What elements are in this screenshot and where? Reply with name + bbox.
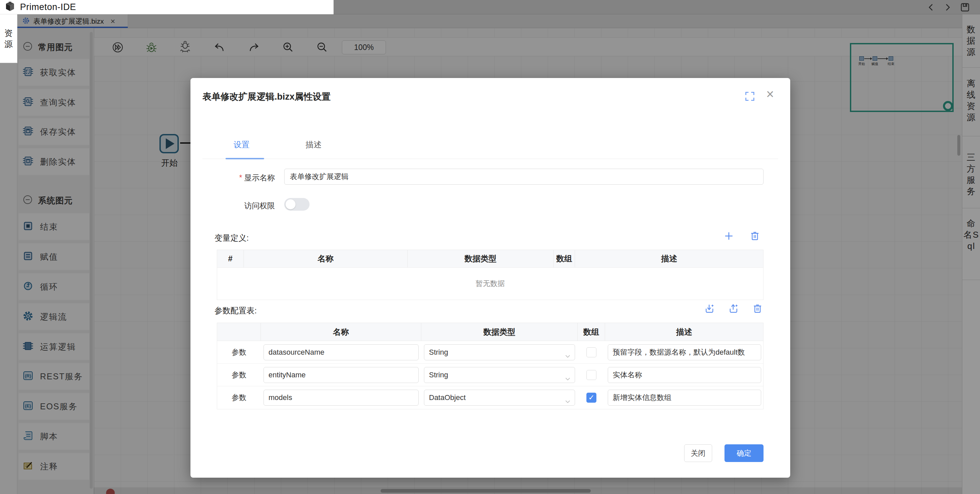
required-mark: * xyxy=(239,173,242,182)
col-type: 数据类型 xyxy=(407,250,554,267)
params-table-header: 名称 数据类型 数组 描述 xyxy=(217,323,763,341)
property-dialog: 表单修改扩展逻辑.bizx属性设置 × 设置 描述 *显示名称 表单修改扩展逻辑… xyxy=(191,78,790,478)
variables-section-label: 变量定义: xyxy=(215,233,249,243)
activity-bar-resources-label: 资源 xyxy=(4,28,13,50)
access-toggle[interactable] xyxy=(284,198,310,211)
add-variable-icon[interactable] xyxy=(724,231,734,241)
col-blank xyxy=(217,323,261,341)
col-name: 名称 xyxy=(244,250,407,267)
param-type-select[interactable]: String xyxy=(424,367,575,383)
param-desc-input[interactable]: 预留字段，数据源名称，默认为default数 xyxy=(608,344,761,361)
param-name-input[interactable]: models xyxy=(264,390,418,406)
col-desc: 描述 xyxy=(575,250,763,267)
col-name: 名称 xyxy=(261,323,421,341)
app-title-area: Primeton-IDE xyxy=(0,0,334,14)
export-params-icon[interactable] xyxy=(728,303,739,314)
col-array: 数组 xyxy=(578,323,605,341)
ide-screen: 表单修改扩展逻辑.bizx × 常用图元 获取实体 查询实体 保存实体 删除实体 xyxy=(0,0,980,494)
divider xyxy=(202,159,778,159)
activity-bar-resources[interactable]: 资源 xyxy=(0,14,18,63)
app-title: Primeton-IDE xyxy=(20,2,76,12)
variables-table: # 名称 数据类型 数组 描述 暂无数据 xyxy=(217,250,764,300)
param-row: 参数 datasourceName String 预留字段，数据源名称，默认为d… xyxy=(217,341,763,364)
param-row-label: 参数 xyxy=(217,386,261,409)
variables-table-header: # 名称 数据类型 数组 描述 xyxy=(217,250,763,268)
col-type: 数据类型 xyxy=(421,323,578,341)
param-row: 参数 models DataObject ✓ 新增实体信息数组 xyxy=(217,386,763,409)
dialog-title: 表单修改扩展逻辑.bizx属性设置 xyxy=(202,91,331,103)
col-index: # xyxy=(217,250,244,267)
empty-placeholder: 暂无数据 xyxy=(217,268,763,300)
param-name-input[interactable]: entityName xyxy=(264,367,418,383)
close-button[interactable]: 关闭 xyxy=(684,444,712,462)
close-icon[interactable]: × xyxy=(766,87,774,101)
tab-description[interactable]: 描述 xyxy=(305,139,321,150)
toggle-knob xyxy=(286,199,296,209)
param-array-checkbox[interactable] xyxy=(586,370,597,380)
app-logo xyxy=(5,1,15,13)
fullscreen-icon[interactable] xyxy=(745,91,755,101)
delete-params-icon[interactable] xyxy=(752,303,763,314)
chevron-down-icon xyxy=(565,374,570,383)
tab-settings[interactable]: 设置 xyxy=(234,139,250,150)
chevron-down-icon xyxy=(565,351,570,360)
param-row-label: 参数 xyxy=(217,364,261,386)
display-name-label: *显示名称 xyxy=(202,173,275,183)
param-row: 参数 entityName String 实体名称 xyxy=(217,364,763,386)
display-name-input[interactable]: 表单修改扩展逻辑 xyxy=(284,169,764,185)
chevron-down-icon xyxy=(565,397,570,405)
param-row-label: 参数 xyxy=(217,341,261,364)
delete-variable-icon[interactable] xyxy=(749,231,760,241)
params-table: 名称 数据类型 数组 描述 参数 datasourceName String 预… xyxy=(217,322,764,409)
param-type-select[interactable]: DataObject xyxy=(424,390,575,406)
param-name-input[interactable]: datasourceName xyxy=(264,344,418,361)
access-label: 访问权限 xyxy=(202,201,275,211)
param-desc-input[interactable]: 实体名称 xyxy=(608,367,761,383)
param-desc-input[interactable]: 新增实体信息数组 xyxy=(608,390,761,406)
param-array-checkbox-checked[interactable]: ✓ xyxy=(586,393,597,403)
param-type-select[interactable]: String xyxy=(424,344,575,361)
col-array: 数组 xyxy=(554,250,575,267)
import-params-icon[interactable] xyxy=(704,303,715,314)
params-section-label: 参数配置表: xyxy=(215,305,257,316)
param-array-checkbox[interactable] xyxy=(586,347,597,357)
ok-button[interactable]: 确定 xyxy=(724,444,764,462)
col-desc: 描述 xyxy=(605,323,763,341)
